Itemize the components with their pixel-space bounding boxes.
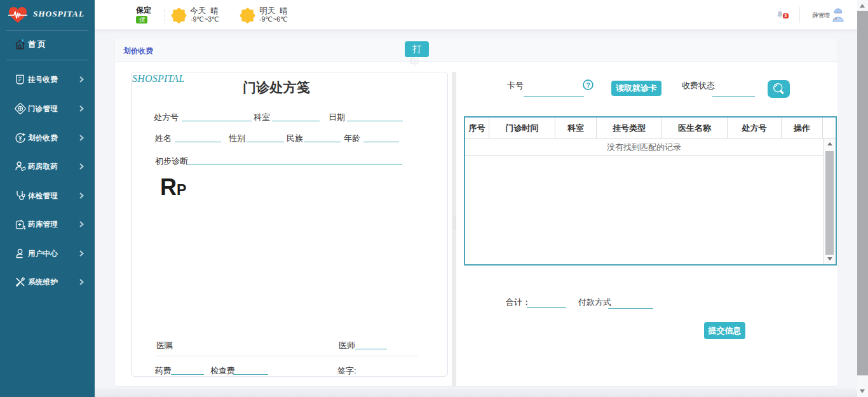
svg-text:?: ?: [586, 81, 590, 88]
